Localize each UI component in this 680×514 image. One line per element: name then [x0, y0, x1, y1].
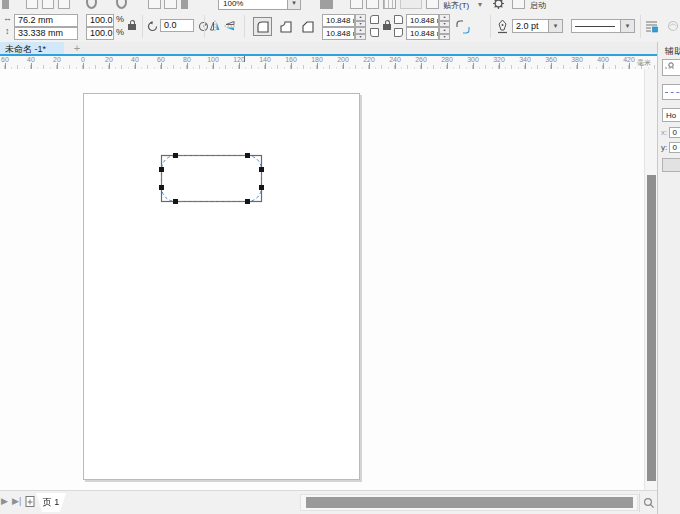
ruler-unit-label: 毫米: [637, 58, 651, 68]
zoom-level-dropdown-icon[interactable]: ▾: [287, 0, 301, 10]
page-tab-1[interactable]: 页 1: [36, 493, 66, 512]
scale-y-field[interactable]: 100.0: [86, 27, 114, 40]
outline-width-field[interactable]: 2.0 pt: [512, 19, 549, 33]
lock-ratio-button[interactable]: [127, 22, 137, 32]
edit-corners-together-button[interactable]: [455, 19, 471, 35]
toolbar-icon-fragment[interactable]: [2, 0, 9, 9]
docker-x-field[interactable]: 0: [669, 127, 680, 138]
lock-corners-button[interactable]: [382, 22, 392, 32]
corner-radius-bl-spinner[interactable]: ▴ ▾: [355, 27, 366, 40]
node-bottom-left[interactable]: [173, 199, 178, 204]
corner-radius-tr-field[interactable]: 10.848 mm: [406, 14, 439, 27]
horizontal-scrollbar-thumb[interactable]: [306, 497, 633, 508]
print-icon[interactable]: [320, 0, 333, 9]
scale-x-field[interactable]: 100.0: [86, 14, 114, 27]
spin-down-icon[interactable]: ▾: [439, 34, 450, 41]
cut-icon[interactable]: [58, 0, 70, 9]
node-right-top[interactable]: [259, 167, 264, 172]
vertical-scrollbar[interactable]: [644, 69, 657, 490]
next-page-icon[interactable]: ▶: [1, 496, 8, 506]
copy-icon[interactable]: [42, 0, 54, 9]
property-bar: ↔ ↕ 76.2 mm 33.338 mm 100.0 100.0 % % 0.…: [0, 11, 680, 43]
vertical-scrollbar-thumb[interactable]: [647, 175, 656, 481]
docker-y-label: y:: [661, 143, 667, 152]
scalloped-corner-button[interactable]: [276, 17, 295, 36]
object-width-field[interactable]: 76.2 mm: [14, 14, 78, 27]
toolbar-icon-fragment[interactable]: [181, 0, 188, 9]
drawing-canvas[interactable]: [0, 69, 644, 490]
rotation-angle-field[interactable]: 0.0: [160, 19, 194, 32]
export-icon[interactable]: [164, 0, 177, 9]
node-top-left[interactable]: [173, 153, 178, 158]
magnifier-icon: [643, 497, 655, 509]
node-top-right[interactable]: [245, 153, 250, 158]
corner-radius-tr-spinner[interactable]: ▴ ▾: [439, 14, 450, 27]
node-bottom-right[interactable]: [245, 199, 250, 204]
guidelines-icon[interactable]: [400, 0, 422, 9]
node-left-bottom[interactable]: [159, 185, 164, 190]
round-corner-button[interactable]: [253, 17, 272, 36]
selection-nodes[interactable]: [159, 153, 264, 204]
launch-app-icon[interactable]: [512, 0, 525, 9]
snap-menu-dropdown-icon[interactable]: ▾: [478, 0, 482, 9]
line-style-selector[interactable]: [571, 19, 621, 33]
ruler-label: 380: [571, 56, 583, 63]
docker-action-button[interactable]: [662, 158, 680, 172]
ruler-label: 20: [105, 56, 113, 63]
corner-tl-indicator-icon: [370, 15, 379, 24]
ruler-label: 340: [519, 56, 531, 63]
horizontal-ruler[interactable]: 6040200204060801001201401601802002202402…: [0, 56, 657, 70]
rotation-icon: [146, 20, 158, 32]
guideline-style-preview[interactable]: [662, 84, 680, 100]
ruler-labels: 6040200204060801001201401601802002202402…: [0, 56, 657, 69]
ruler-label: 400: [597, 56, 609, 63]
ruler-label: 240: [389, 56, 401, 63]
horizontal-scrollbar[interactable]: [300, 494, 638, 511]
mirror-vertical-button[interactable]: [223, 19, 236, 33]
line-style-dropdown-icon[interactable]: ▾: [620, 19, 635, 33]
rectangle-outline[interactable]: [162, 156, 262, 202]
snap-menu[interactable]: 贴齐(T): [443, 0, 469, 11]
import-icon[interactable]: [148, 0, 161, 9]
guideline-visibility-button[interactable]: [662, 59, 680, 76]
mirror-horizontal-button[interactable]: [208, 19, 221, 33]
outline-width-dropdown-icon[interactable]: ▾: [548, 19, 563, 33]
last-page-icon[interactable]: ▶|: [12, 496, 21, 506]
ruler-label: 360: [545, 56, 557, 63]
undo-icon[interactable]: [86, 0, 97, 9]
add-page-icon[interactable]: [25, 495, 36, 508]
corner-bl-indicator-icon: [370, 28, 379, 37]
corner-radius-br-spinner[interactable]: ▴ ▾: [439, 27, 450, 40]
grid-icon[interactable]: [383, 0, 396, 9]
ruler-label: 320: [493, 56, 505, 63]
paste-icon[interactable]: [26, 0, 38, 9]
corner-tr-indicator-icon: [394, 15, 403, 24]
wrap-text-button[interactable]: [644, 18, 659, 34]
launch-menu[interactable]: 启动: [530, 0, 546, 11]
guideline-type-select[interactable]: Ho: [662, 108, 680, 122]
ruler-label: 140: [259, 56, 271, 63]
node-left-top[interactable]: [159, 167, 164, 172]
document-navigator-button[interactable]: [639, 493, 657, 512]
rounded-corner-preview: [162, 156, 262, 202]
options-gear-icon[interactable]: [492, 0, 505, 11]
zoom-level-combo[interactable]: 100%: [218, 0, 288, 10]
corner-radius-tl-spinner[interactable]: ▴ ▾: [355, 14, 366, 27]
corner-radius-br-field[interactable]: 10.848 mm: [406, 27, 439, 40]
ruler-label: 220: [363, 56, 375, 63]
spin-down-icon[interactable]: ▾: [355, 34, 366, 41]
corner-radius-bl-field[interactable]: 10.848 mm: [322, 27, 355, 40]
docker-y-field[interactable]: 0: [669, 142, 680, 153]
show-grid-icon[interactable]: [366, 0, 379, 9]
ruler-label: 280: [441, 56, 453, 63]
chamfered-corner-button[interactable]: [298, 17, 317, 36]
selected-rectangle[interactable]: [156, 150, 266, 206]
show-rulers-icon[interactable]: [350, 0, 363, 9]
scale-y-percent-label: %: [116, 27, 124, 37]
corner-br-indicator-icon: [394, 28, 403, 37]
redo-icon[interactable]: [116, 0, 127, 9]
node-right-bottom[interactable]: [259, 185, 264, 190]
snap-off-icon[interactable]: [426, 0, 439, 9]
object-height-field[interactable]: 33.338 mm: [14, 27, 78, 40]
corner-radius-tl-field[interactable]: 10.848 mm: [322, 14, 355, 27]
